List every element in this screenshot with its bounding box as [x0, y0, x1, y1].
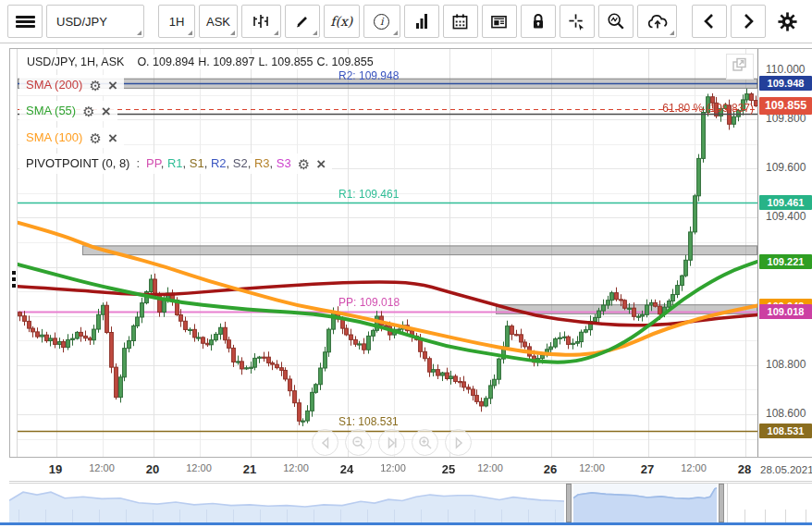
- cloud-save-button[interactable]: [637, 5, 677, 38]
- legend-sma200-label: SMA (200): [26, 75, 82, 95]
- gear-icon[interactable]: ⚙: [89, 79, 101, 92]
- play-right-button[interactable]: [445, 429, 472, 456]
- close-icon[interactable]: ×: [316, 156, 326, 172]
- gear-icon[interactable]: ⚙: [298, 157, 310, 171]
- level-label-pp: PP: 109.018: [338, 296, 400, 309]
- cloud-upload-icon: [646, 13, 669, 31]
- calendar-button[interactable]: [443, 5, 478, 38]
- ohlc-close: C. 109.855: [317, 55, 374, 68]
- time-tick: 12:00: [283, 462, 309, 473]
- chevron-left-icon: [703, 13, 716, 30]
- symbol-label: USD/JPY: [56, 15, 107, 29]
- legend-sma55: SMA (55) ⚙ ×: [19, 101, 117, 121]
- pivot-series-s3: S3: [277, 156, 291, 170]
- chart-canvas[interactable]: [18, 49, 757, 457]
- axis-date-label: 28.05.2021: [760, 464, 812, 475]
- time-axis[interactable]: 28.05.2021 1912:002012:002112:002412:002…: [9, 458, 812, 482]
- price-badge: 108.531: [759, 424, 812, 438]
- news-icon: [490, 14, 508, 30]
- pivot-series-comma: ,: [183, 156, 190, 170]
- price-badge: 109.855: [759, 97, 812, 115]
- popout-icon: [732, 56, 748, 77]
- price-badge: 109.221: [759, 254, 812, 269]
- price-tick: 109.400: [766, 210, 806, 223]
- lock-button[interactable]: [521, 5, 556, 38]
- price-tick: 109.600: [766, 161, 806, 174]
- calendar-icon: [451, 13, 469, 31]
- indicators-button[interactable]: f(x): [324, 5, 361, 38]
- gear-icon: [777, 11, 798, 32]
- time-tick: 19: [49, 462, 62, 476]
- skip-to-end-button[interactable]: [378, 429, 405, 456]
- level-label-r1: R1: 109.461: [338, 188, 399, 201]
- close-icon[interactable]: ×: [108, 78, 117, 93]
- legend-pivot-series: PP, R1, S1, R2, S2, R3, S3: [146, 153, 291, 174]
- volume-button[interactable]: [404, 5, 439, 38]
- price-badge: 109.948: [759, 76, 812, 91]
- popout-button[interactable]: [726, 54, 754, 80]
- price-mode-select-button[interactable]: ASK: [199, 5, 238, 38]
- settings-button[interactable]: [769, 5, 805, 38]
- chart-navigator[interactable]: [9, 483, 812, 522]
- pivot-series-comma: ,: [270, 156, 277, 170]
- zoom-out-button[interactable]: [345, 429, 372, 456]
- scroll-left-button[interactable]: [692, 5, 727, 38]
- lock-icon: [530, 13, 547, 31]
- time-tick: 12:00: [89, 462, 115, 473]
- zoom-button[interactable]: [598, 5, 634, 38]
- toolbar: USD/JPY 1H ASK: [0, 0, 812, 43]
- pivot-series-s2: S2: [233, 156, 248, 170]
- news-button[interactable]: [482, 5, 517, 38]
- close-icon[interactable]: ×: [102, 104, 111, 119]
- legend-sma55-label: SMA (55): [26, 101, 76, 121]
- trading-terminal: USD/JPY 1H ASK: [0, 0, 812, 528]
- pivot-series-comma: ,: [204, 156, 211, 170]
- time-tick: 20: [146, 462, 159, 476]
- timeframe-label: 1H: [169, 15, 185, 29]
- scroll-right-button[interactable]: [731, 5, 766, 38]
- crosshair-button[interactable]: [560, 5, 595, 38]
- fx-label: f(x): [330, 14, 352, 29]
- price-badge: 109.018: [759, 304, 812, 319]
- price-axis[interactable]: 110.000109.800109.600109.400108.800108.6…: [757, 49, 812, 457]
- zoom-in-button[interactable]: [412, 429, 438, 456]
- price-badge: 109.461: [759, 195, 812, 210]
- candlestick-icon: [252, 13, 270, 30]
- level-label-fib: 61.80 % (109.837): [662, 102, 754, 115]
- level-label-r2: R2: 109.948: [338, 69, 399, 82]
- price-chart-plot[interactable]: USD/JPY, 1H, ASKO. 109.894H. 109.897L. 1…: [18, 49, 757, 457]
- legend-sma100: SMA (100) ⚙ ×: [19, 128, 124, 148]
- symbol-select-button[interactable]: USD/JPY: [46, 5, 144, 38]
- magnifier-icon: [607, 12, 625, 31]
- legend-pivot-label: PIVOTPOINT (0, 8): [26, 153, 129, 174]
- draw-tools-button[interactable]: [285, 5, 320, 38]
- ohlc-readout: USD/JPY, 1H, ASKO. 109.894H. 109.897L. 1…: [23, 55, 381, 69]
- pivot-series-r1: R1: [167, 156, 183, 170]
- time-tick: 21: [243, 462, 256, 476]
- gear-icon[interactable]: ⚙: [82, 104, 94, 118]
- info-icon: i: [374, 14, 389, 30]
- legend-sma100-label: SMA (100): [26, 128, 82, 148]
- timeframe-select-button[interactable]: 1H: [158, 5, 195, 38]
- navigator-canvas[interactable]: [9, 484, 812, 522]
- time-tick: 28: [738, 462, 751, 476]
- chart-type-button[interactable]: [241, 5, 280, 38]
- time-tick: 12:00: [186, 462, 212, 473]
- time-tick: 25: [442, 462, 455, 476]
- info-button[interactable]: i: [363, 5, 400, 38]
- pivot-series-comma: ,: [227, 156, 233, 170]
- chevron-right-icon: [742, 13, 755, 30]
- gear-icon[interactable]: ⚙: [89, 131, 101, 145]
- pencil-icon: [294, 13, 311, 30]
- time-tick: 12:00: [579, 462, 605, 473]
- close-icon[interactable]: ×: [108, 130, 117, 146]
- legend-sma200: SMA (200) ⚙ ×: [19, 75, 124, 95]
- price-tick: 110.000: [766, 63, 806, 76]
- ohlc-high: H. 109.897: [198, 55, 254, 68]
- pivot-series-r2: R2: [211, 156, 227, 170]
- pan-left-button[interactable]: [312, 429, 338, 456]
- panel-drag-strip[interactable]: [10, 49, 18, 457]
- ohlc-context: USD/JPY, 1H, ASK: [27, 55, 124, 68]
- pivot-series-pp: PP: [146, 156, 161, 170]
- menu-button[interactable]: [7, 5, 43, 38]
